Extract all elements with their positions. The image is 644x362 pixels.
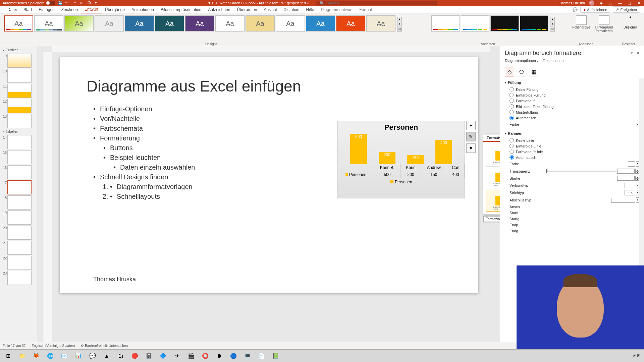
cap-type-select[interactable] <box>611 198 635 203</box>
slide-thumb-12[interactable] <box>7 99 32 113</box>
outlook-icon[interactable]: 📧 <box>58 351 71 361</box>
slide-thumb-23[interactable] <box>7 271 32 285</box>
undo-icon[interactable]: ↶ <box>65 1 70 5</box>
theme-thumb[interactable]: Aa <box>276 15 305 32</box>
style-preview-3[interactable]: Personen Karin B.KarinAndrewCarl 5002001… <box>486 190 500 212</box>
theme-thumb[interactable]: Aa <box>34 15 63 32</box>
effects-icon[interactable]: ⬠ <box>517 67 526 76</box>
size-props-icon[interactable]: ▦ <box>529 67 538 76</box>
slide-thumb-16[interactable] <box>7 165 32 179</box>
variant-thumb[interactable] <box>431 15 460 32</box>
theme-thumb[interactable]: Aa <box>246 15 275 32</box>
explorer-icon[interactable]: 📁 <box>15 351 29 361</box>
app-icon[interactable]: 💻 <box>241 351 254 361</box>
windows-taskbar[interactable]: ⊞ 📁 🦊 🌐 📧 📊 💬 ▲ 🗂 🔴 📓 🔷 ✈ 🎬 ⭕ ⏺ 🔵 💻 📄 📗 … <box>0 349 644 362</box>
chrome-icon[interactable]: 🌐 <box>44 351 57 361</box>
variants-gallery[interactable]: ▴▾⊟ <box>431 14 555 32</box>
radio-solid-line[interactable] <box>509 144 514 148</box>
slide-thumb-21[interactable] <box>7 241 32 255</box>
dash-type-picker[interactable]: ⋯ <box>625 190 635 195</box>
touch-icon[interactable]: ☊ <box>88 1 92 5</box>
flyout-tab-formatvorlage[interactable]: Formatvorlage <box>483 134 500 142</box>
slide-thumb-13[interactable] <box>7 114 32 128</box>
app-icon[interactable]: ⏺ <box>213 351 226 361</box>
tab-ueberpruefen[interactable]: Überprüfen <box>233 6 260 13</box>
maximize-icon[interactable]: ▢ <box>627 0 632 6</box>
share-button[interactable]: ↗Freigeben <box>613 6 640 13</box>
slide-thumb-11[interactable] <box>7 84 32 98</box>
themes-more[interactable]: ▴▾⊟ <box>397 17 402 32</box>
onenote-icon[interactable]: 📓 <box>142 351 156 361</box>
powerpoint-icon[interactable]: 📊 <box>72 351 85 361</box>
section-fill-header[interactable]: ▾Füllung <box>505 80 639 84</box>
slide-thumb-20[interactable] <box>7 226 32 240</box>
theme-thumb[interactable]: Aa <box>306 15 335 32</box>
minimize-icon[interactable]: — <box>617 0 623 6</box>
tab-format[interactable]: Format <box>356 6 375 13</box>
firefox-icon[interactable]: 🦊 <box>30 351 43 361</box>
app-icon[interactable]: ⭕ <box>199 351 212 361</box>
width-input[interactable] <box>617 176 635 181</box>
radio-gradient-fill[interactable] <box>509 99 514 103</box>
user-avatar[interactable]: TH <box>589 0 594 6</box>
format-background-button[interactable]: Hintergrund formatieren <box>594 15 614 33</box>
transparency-input[interactable] <box>617 169 635 174</box>
variant-thumb[interactable] <box>490 15 519 32</box>
ribbon-display-icon[interactable]: ⬚ <box>608 0 613 6</box>
chart-bar[interactable]: 500 <box>350 134 367 164</box>
user-name[interactable]: Thomas Hruska <box>559 1 585 5</box>
subtab-textoptionen[interactable]: Textoptionen <box>543 59 564 63</box>
radio-solid-fill[interactable] <box>509 93 514 97</box>
fill-line-icon[interactable]: ◇ <box>505 67 514 76</box>
language-status[interactable]: Englisch (Vereinigte Staaten) <box>32 344 75 348</box>
app-icon[interactable]: 🔴 <box>128 351 142 361</box>
radio-gradient-line[interactable] <box>509 149 514 154</box>
tab-hilfe[interactable]: Hilfe <box>303 6 317 13</box>
line-color-picker[interactable] <box>628 161 635 167</box>
theme-thumb[interactable]: Aa <box>366 15 395 32</box>
theme-thumb[interactable]: Aa <box>125 15 154 32</box>
designer-button[interactable]: ✦Designer <box>621 15 640 29</box>
radio-pattern-fill[interactable] <box>509 110 514 114</box>
visio-icon[interactable]: 🔷 <box>156 351 170 361</box>
theme-thumb[interactable]: Aa <box>185 15 214 32</box>
theme-thumb[interactable]: Aa <box>4 15 33 32</box>
theme-thumb[interactable]: Aa <box>336 15 365 32</box>
slide-thumb-9[interactable] <box>7 54 32 68</box>
transparency-slider[interactable] <box>546 171 616 172</box>
tab-dictation[interactable]: Dictation <box>280 6 303 13</box>
vlc-icon[interactable]: ▲ <box>100 351 113 361</box>
section-grafiken[interactable]: ▸ Grafiken... <box>1 48 42 53</box>
search-box[interactable]: 🔍 <box>317 1 437 5</box>
app-icon[interactable]: 🎬 <box>184 351 198 361</box>
app-icon[interactable]: 💬 <box>86 351 99 361</box>
tab-animationen[interactable]: Animationen <box>128 6 157 13</box>
redo-icon[interactable]: ↷ <box>73 1 77 5</box>
slide-canvas[interactable]: Diagramme aus Excel einfügen Einfüge-Opt… <box>43 46 500 342</box>
tab-zeichnen[interactable]: Zeichnen <box>58 6 81 13</box>
section-border-header[interactable]: ▾Rahmen <box>505 131 639 135</box>
telegram-icon[interactable]: ✈ <box>170 351 184 361</box>
close-icon[interactable]: ✕ <box>636 0 641 6</box>
tab-datei[interactable]: Datei <box>4 6 20 13</box>
radio-auto-fill[interactable] <box>509 116 514 120</box>
style-preview-1[interactable]: PERSONEN Karin B.KarinAndrewCarl <box>486 145 500 165</box>
save-icon[interactable]: 💾 <box>58 1 63 5</box>
chart-style-flyout[interactable]: Formatvorlage Farbe PERSONEN Karin B.Kar… <box>483 134 500 215</box>
chart-plot-area[interactable]: 500 200 150 400 <box>338 134 465 164</box>
theme-thumb[interactable]: Aa <box>155 15 184 32</box>
radio-picture-fill[interactable] <box>509 104 514 109</box>
tab-start[interactable]: Start <box>20 6 35 13</box>
tab-entwurf[interactable]: Entwurf <box>81 6 102 14</box>
tab-uebergaenge[interactable]: Übergänge <box>102 6 128 13</box>
design-themes-gallery[interactable]: Aa Aa Aa Aa Aa Aa Aa Aa Aa Aa Aa Aa Aa ▴… <box>4 14 419 32</box>
fill-color-picker[interactable] <box>628 122 635 127</box>
autosave-toggle[interactable]: Automatisches Speichern <box>3 1 55 5</box>
chart-styles-button[interactable]: ✎ <box>466 132 476 141</box>
variants-more[interactable]: ▴▾⊟ <box>550 17 555 32</box>
accessibility-status[interactable]: ⚙ Barrierefreiheit: Untersuchen <box>81 344 128 348</box>
weather-widget[interactable]: ☀ 5° <box>633 354 641 358</box>
chart-bar[interactable]: 150 <box>407 155 424 164</box>
section-tabellen[interactable]: ▸ Tabellen <box>1 129 42 134</box>
slide-thumb-22[interactable] <box>7 256 32 270</box>
